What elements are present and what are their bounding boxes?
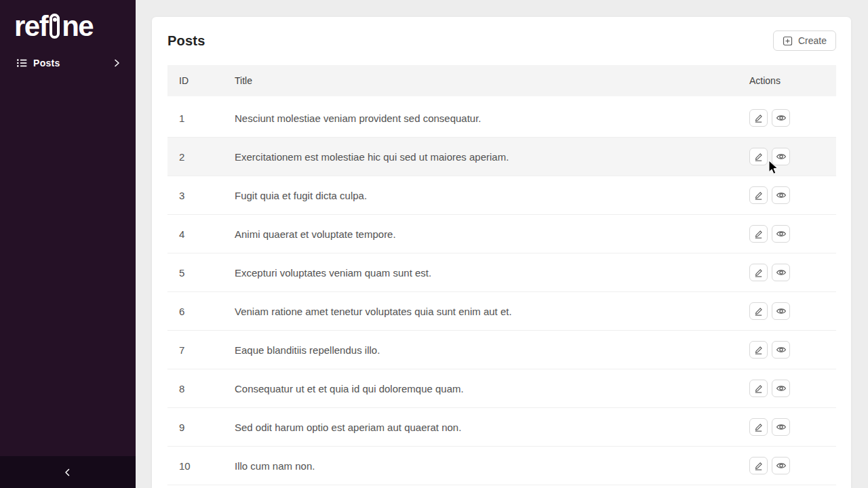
create-button[interactable]: Create [773, 30, 836, 51]
row-actions-cell [738, 264, 836, 281]
row-title-cell: Fugit quia et fugit dicta culpa. [235, 190, 738, 201]
table-row: 7 Eaque blanditiis repellendus illo. [167, 331, 836, 369]
eye-icon [776, 383, 787, 394]
sidebar-item-label: Posts [33, 58, 111, 68]
logo-text-ne: ne [62, 14, 93, 39]
edit-icon [753, 113, 764, 123]
eye-icon [776, 267, 787, 278]
table-row: 3 Fugit quia et fugit dicta culpa. [167, 176, 836, 215]
page-title: Posts [167, 33, 205, 49]
row-actions-cell [738, 186, 836, 204]
edit-button[interactable] [749, 225, 768, 243]
edit-button[interactable] [749, 264, 768, 281]
row-title-cell: Sed odit harum optio est aperiam aut qua… [235, 422, 738, 433]
row-id-cell: 6 [167, 306, 235, 317]
eye-icon [776, 151, 787, 162]
show-button[interactable] [772, 148, 790, 165]
edit-icon [753, 306, 764, 317]
show-button[interactable] [772, 418, 790, 436]
sidebar-item-posts[interactable]: Posts [0, 53, 136, 73]
chevron-left-icon [62, 466, 74, 479]
row-title-cell: Animi quaerat et voluptate tempore. [235, 228, 738, 240]
edit-icon [753, 461, 764, 471]
table-header-row: ID Title Actions [167, 65, 836, 96]
table-row: 4 Animi quaerat et voluptate tempore. [167, 215, 836, 253]
row-title-cell: Eaque blanditiis repellendus illo. [235, 344, 738, 356]
row-actions-cell [738, 109, 836, 127]
eye-icon [776, 306, 787, 317]
edit-button[interactable] [749, 302, 768, 320]
row-id-cell: 7 [167, 344, 235, 356]
row-actions-cell [738, 225, 836, 243]
row-title-cell: Excepturi voluptates veniam quam sunt es… [235, 267, 738, 279]
show-button[interactable] [772, 380, 790, 397]
show-button[interactable] [772, 186, 790, 204]
row-id-cell: 8 [167, 383, 235, 394]
eye-icon [776, 422, 787, 432]
row-actions-cell [738, 302, 836, 320]
posts-card: Posts Create ID Title Actions [152, 17, 851, 488]
row-actions-cell [738, 418, 836, 436]
row-actions-cell [738, 380, 836, 397]
show-button[interactable] [772, 225, 790, 243]
toggle-pill-icon [50, 14, 60, 39]
row-actions-cell [738, 341, 836, 359]
eye-icon [776, 460, 787, 471]
edit-icon [753, 190, 764, 201]
show-button[interactable] [772, 457, 790, 474]
edit-button[interactable] [749, 109, 768, 127]
edit-icon [753, 229, 764, 239]
table-row: 1 Nesciunt molestiae veniam provident se… [167, 99, 836, 138]
show-button[interactable] [772, 341, 790, 359]
edit-button[interactable] [749, 380, 768, 397]
sidebar-menu: Posts [0, 53, 136, 73]
row-id-cell: 4 [167, 228, 235, 240]
logo-text-ref: ref [14, 14, 47, 39]
row-id-cell: 3 [167, 190, 235, 201]
table-row: 8 Consequatur ut et et quia id qui dolor… [167, 369, 836, 408]
row-title-cell: Nesciunt molestiae veniam provident sed … [235, 113, 738, 124]
table-body: 1 Nesciunt molestiae veniam provident se… [167, 99, 836, 485]
create-button-label: Create [798, 35, 827, 46]
row-actions-cell [738, 457, 836, 474]
posts-table: ID Title Actions 1 Nesciunt molestiae ve… [167, 65, 836, 485]
row-id-cell: 9 [167, 422, 235, 433]
sidebar-collapse-button[interactable] [0, 456, 136, 488]
row-actions-cell [738, 148, 836, 165]
main-content: Posts Create ID Title Actions [136, 0, 868, 488]
edit-icon [753, 268, 764, 278]
edit-button[interactable] [749, 418, 768, 436]
eye-icon [776, 113, 787, 123]
edit-icon [753, 345, 764, 355]
row-title-cell: Veniam ratione amet tenetur voluptates q… [235, 306, 738, 317]
row-title-cell: Illo cum nam non. [235, 460, 738, 472]
edit-icon [753, 384, 764, 394]
table-row: 10 Illo cum nam non. [167, 447, 836, 485]
row-id-cell: 5 [167, 267, 235, 279]
column-header-title: Title [235, 75, 738, 86]
row-id-cell: 2 [167, 151, 235, 163]
table-row: 9 Sed odit harum optio est aperiam aut q… [167, 408, 836, 447]
eye-icon [776, 344, 787, 355]
card-header: Posts Create [167, 30, 836, 51]
table-row: 5 Excepturi voluptates veniam quam sunt … [167, 253, 836, 292]
edit-button[interactable] [749, 186, 768, 204]
edit-button[interactable] [749, 457, 768, 474]
row-title-cell: Consequatur ut et et quia id qui dolorem… [235, 383, 738, 394]
show-button[interactable] [772, 109, 790, 127]
show-button[interactable] [772, 264, 790, 281]
show-button[interactable] [772, 302, 790, 320]
plus-square-icon [783, 36, 793, 46]
row-title-cell: Exercitationem est molestiae hic qui sed… [235, 151, 738, 163]
sidebar: ref ne Posts [0, 0, 136, 488]
column-header-id: ID [167, 75, 235, 86]
row-id-cell: 10 [167, 460, 235, 472]
edit-button[interactable] [749, 341, 768, 359]
eye-icon [776, 190, 787, 201]
table-row: 2 Exercitationem est molestiae hic qui s… [167, 138, 836, 176]
edit-button[interactable] [749, 148, 768, 165]
table-row: 6 Veniam ratione amet tenetur voluptates… [167, 292, 836, 331]
column-header-actions: Actions [738, 75, 836, 86]
chevron-right-icon [111, 58, 122, 68]
eye-icon [776, 228, 787, 239]
